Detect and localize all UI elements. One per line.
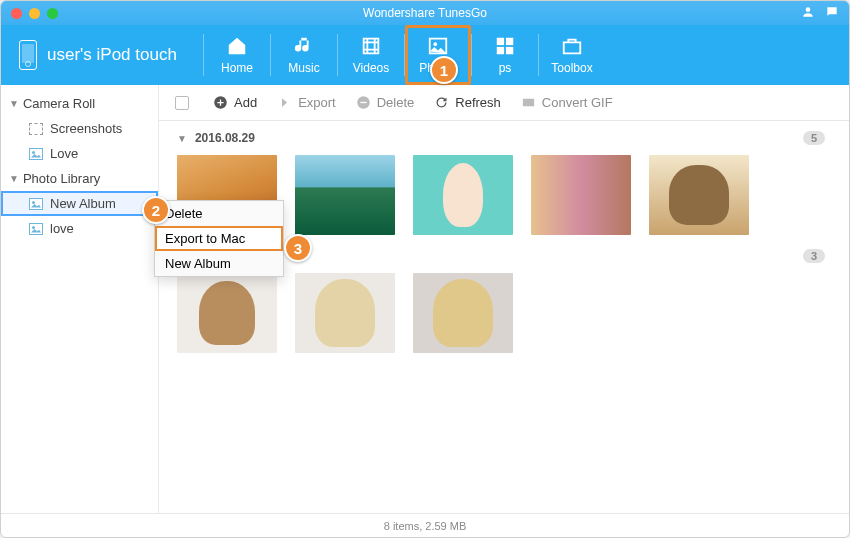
titlebar: Wondershare TunesGo <box>1 1 849 25</box>
plus-circle-icon <box>213 95 228 110</box>
header: user's iPod touch Home Music Videos Phot… <box>1 25 849 85</box>
section-header-1[interactable]: ▼ 2016.08.29 5 <box>177 131 831 145</box>
nav-videos-label: Videos <box>353 61 389 75</box>
status-text: 8 items, 2.59 MB <box>384 520 467 532</box>
export-button[interactable]: Export <box>277 95 336 110</box>
sidebar: ▼ Camera Roll Screenshots Love ▼ Photo L… <box>1 85 159 513</box>
photo-thumbnail[interactable] <box>649 155 749 235</box>
svg-rect-3 <box>497 47 504 54</box>
select-all-checkbox[interactable] <box>175 96 189 110</box>
main-area: Add Export Delete Refresh Convert GIF <box>159 85 849 513</box>
sidebar-label-love: Love <box>50 146 78 161</box>
photo-thumbnail[interactable] <box>413 273 513 353</box>
svg-rect-7 <box>360 102 366 103</box>
sidebar-group-camera-roll[interactable]: ▼ Camera Roll <box>1 91 158 116</box>
minus-circle-icon <box>356 95 371 110</box>
app-title: Wondershare TunesGo <box>1 6 849 20</box>
refresh-label: Refresh <box>455 95 501 110</box>
refresh-button[interactable]: Refresh <box>434 95 501 110</box>
photo-thumbnail[interactable] <box>177 273 277 353</box>
album-icon <box>29 148 43 160</box>
sidebar-item-love[interactable]: Love <box>1 141 158 166</box>
photo-thumbnail[interactable] <box>295 273 395 353</box>
context-menu-new-album[interactable]: New Album <box>155 251 283 276</box>
album-icon <box>29 223 43 235</box>
disclosure-triangle-icon: ▼ <box>177 133 187 144</box>
nav-music-label: Music <box>288 61 319 75</box>
toolbox-icon <box>559 35 585 57</box>
context-menu: Delete Export to Mac New Album <box>154 200 284 277</box>
sidebar-item-screenshots[interactable]: Screenshots <box>1 116 158 141</box>
nav-music[interactable]: Music <box>271 25 337 85</box>
section-count-badge: 3 <box>803 249 825 263</box>
delete-label: Delete <box>377 95 415 110</box>
app-window: Wondershare TunesGo user's iPod touch Ho… <box>0 0 850 538</box>
window-controls <box>11 8 58 19</box>
nav-toolbox[interactable]: Toolbox <box>539 25 605 85</box>
photo-thumbnail[interactable] <box>295 155 395 235</box>
annotation-1: 1 <box>430 56 458 84</box>
minimize-window-button[interactable] <box>29 8 40 19</box>
svg-rect-4 <box>506 47 513 54</box>
refresh-icon <box>434 95 449 110</box>
sidebar-label-screenshots: Screenshots <box>50 121 122 136</box>
annotation-2: 2 <box>142 196 170 224</box>
sidebar-item-new-album[interactable]: New Album <box>1 191 158 216</box>
export-icon <box>277 95 292 110</box>
sidebar-item-love2[interactable]: love <box>1 216 158 241</box>
sidebar-label-new-album: New Album <box>50 196 116 211</box>
svg-rect-8 <box>523 99 534 107</box>
nav-apps-label: ps <box>499 61 512 75</box>
section-date-label: 2016.08.29 <box>195 131 255 145</box>
photo-thumbnail[interactable] <box>531 155 631 235</box>
delete-button[interactable]: Delete <box>356 95 415 110</box>
device-icon <box>19 40 37 70</box>
convert-gif-label: Convert GIF <box>542 95 613 110</box>
gif-icon <box>521 95 536 110</box>
device-selector[interactable]: user's iPod touch <box>19 40 179 70</box>
status-bar: 8 items, 2.59 MB <box>1 513 849 537</box>
svg-rect-1 <box>497 38 504 45</box>
album-icon <box>29 198 43 210</box>
context-menu-export-to-mac[interactable]: Export to Mac <box>155 226 283 251</box>
disclosure-triangle-icon: ▼ <box>9 173 19 184</box>
apps-icon <box>492 35 518 57</box>
screenshots-icon <box>29 123 43 135</box>
context-menu-delete[interactable]: Delete <box>155 201 283 226</box>
nav-items: Home Music Videos Photos ps <box>203 25 605 85</box>
feedback-icon[interactable] <box>825 5 839 22</box>
nav-apps[interactable]: ps <box>472 25 538 85</box>
export-label: Export <box>298 95 336 110</box>
home-icon <box>224 35 250 57</box>
nav-videos[interactable]: Videos <box>338 25 404 85</box>
photos-icon <box>425 35 451 57</box>
videos-icon <box>358 35 384 57</box>
annotation-3: 3 <box>284 234 312 262</box>
toolbar: Add Export Delete Refresh Convert GIF <box>159 85 849 121</box>
maximize-window-button[interactable] <box>47 8 58 19</box>
photo-thumbnail[interactable] <box>413 155 513 235</box>
content: ▼ Camera Roll Screenshots Love ▼ Photo L… <box>1 85 849 513</box>
sidebar-label-camera-roll: Camera Roll <box>23 96 95 111</box>
device-name: user's iPod touch <box>47 45 177 65</box>
nav-toolbox-label: Toolbox <box>551 61 592 75</box>
convert-gif-button[interactable]: Convert GIF <box>521 95 613 110</box>
svg-point-0 <box>433 42 437 46</box>
nav-home-label: Home <box>221 61 253 75</box>
sidebar-group-photo-library[interactable]: ▼ Photo Library <box>1 166 158 191</box>
svg-rect-2 <box>506 38 513 45</box>
close-window-button[interactable] <box>11 8 22 19</box>
sidebar-label-love2: love <box>50 221 74 236</box>
disclosure-triangle-icon: ▼ <box>9 98 19 109</box>
account-icon[interactable] <box>801 5 815 22</box>
section-count-badge: 5 <box>803 131 825 145</box>
add-label: Add <box>234 95 257 110</box>
nav-home[interactable]: Home <box>204 25 270 85</box>
add-button[interactable]: Add <box>213 95 257 110</box>
thumbnail-row-2 <box>177 273 831 353</box>
music-icon <box>291 35 317 57</box>
sidebar-label-photo-library: Photo Library <box>23 171 100 186</box>
